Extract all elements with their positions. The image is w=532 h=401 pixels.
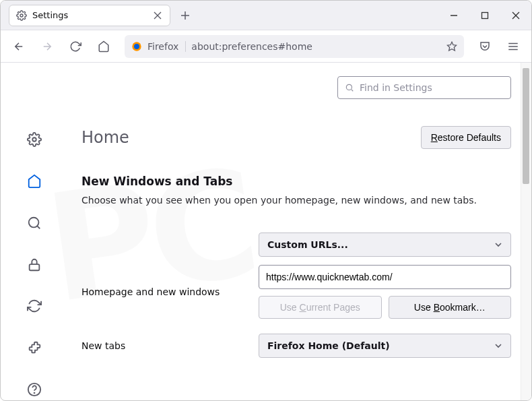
sidebar-item-general[interactable] bbox=[22, 129, 46, 150]
settings-sidebar bbox=[1, 63, 68, 400]
settings-search-input[interactable]: Find in Settings bbox=[337, 76, 511, 99]
new-tab-button[interactable] bbox=[176, 6, 195, 25]
settings-main: Find in Settings Home Restore Defaults N… bbox=[68, 63, 531, 400]
close-tab-button[interactable] bbox=[152, 10, 163, 21]
url-text: about:preferences#home bbox=[191, 41, 441, 52]
homepage-mode-value: Custom URLs... bbox=[267, 239, 348, 250]
use-bookmark-button[interactable]: Use Bookmark… bbox=[389, 296, 512, 319]
content-area: PC bbox=[1, 63, 531, 400]
restore-defaults-button[interactable]: Restore Defaults bbox=[421, 126, 511, 149]
forward-button[interactable] bbox=[36, 35, 59, 58]
maximize-button[interactable] bbox=[469, 1, 500, 30]
identity-label: Firefox bbox=[147, 41, 186, 52]
window-controls bbox=[438, 1, 531, 30]
homepage-url-input[interactable] bbox=[259, 265, 511, 289]
browser-tab[interactable]: Settings bbox=[9, 5, 170, 26]
home-button[interactable] bbox=[92, 35, 115, 58]
search-icon bbox=[345, 83, 354, 92]
close-window-button[interactable] bbox=[500, 1, 531, 30]
sidebar-item-support[interactable] bbox=[22, 379, 46, 400]
use-current-pages-button[interactable]: Use Current Pages bbox=[259, 296, 382, 319]
reload-button[interactable] bbox=[64, 35, 87, 58]
page-heading: Home bbox=[81, 128, 129, 147]
homepage-mode-select[interactable]: Custom URLs... bbox=[259, 233, 511, 257]
browser-window: Settings Fir bbox=[0, 0, 532, 401]
svg-point-5 bbox=[32, 137, 36, 142]
scrollbar-track[interactable] bbox=[521, 63, 531, 400]
chevron-down-icon bbox=[494, 342, 502, 350]
titlebar: Settings bbox=[1, 1, 531, 30]
section-description: Choose what you see when you open your h… bbox=[81, 195, 511, 206]
search-placeholder: Find in Settings bbox=[360, 82, 432, 93]
svg-point-0 bbox=[20, 14, 23, 17]
back-button[interactable] bbox=[7, 35, 30, 58]
svg-point-6 bbox=[29, 217, 39, 227]
gear-icon bbox=[16, 10, 27, 21]
tab-title: Settings bbox=[32, 10, 147, 20]
svg-rect-1 bbox=[482, 12, 488, 18]
svg-point-10 bbox=[346, 84, 352, 90]
sidebar-item-privacy[interactable] bbox=[22, 254, 46, 276]
newtabs-mode-select[interactable]: Firefox Home (Default) bbox=[259, 334, 511, 358]
bookmark-star-icon[interactable] bbox=[446, 41, 457, 52]
homepage-label: Homepage and new windows bbox=[81, 286, 220, 297]
section-title: New Windows and Tabs bbox=[81, 175, 511, 188]
url-bar[interactable]: Firefox about:preferences#home bbox=[125, 35, 464, 58]
svg-marker-4 bbox=[447, 42, 456, 51]
sidebar-item-home[interactable] bbox=[22, 171, 46, 192]
svg-rect-7 bbox=[30, 264, 40, 270]
svg-point-9 bbox=[34, 393, 35, 394]
newtabs-mode-value: Firefox Home (Default) bbox=[267, 340, 390, 351]
sidebar-item-extensions[interactable] bbox=[22, 337, 46, 359]
svg-point-3 bbox=[134, 44, 139, 49]
sidebar-item-search[interactable] bbox=[22, 212, 46, 234]
newtabs-label: New tabs bbox=[81, 340, 125, 351]
scrollbar-thumb[interactable] bbox=[523, 68, 529, 184]
sidebar-item-sync[interactable] bbox=[22, 295, 46, 317]
toolbar: Firefox about:preferences#home bbox=[1, 30, 531, 63]
firefox-logo-icon bbox=[131, 41, 142, 52]
pocket-button[interactable] bbox=[473, 35, 496, 58]
chevron-down-icon bbox=[494, 241, 502, 249]
minimize-button[interactable] bbox=[438, 1, 469, 30]
menu-button[interactable] bbox=[502, 35, 525, 58]
